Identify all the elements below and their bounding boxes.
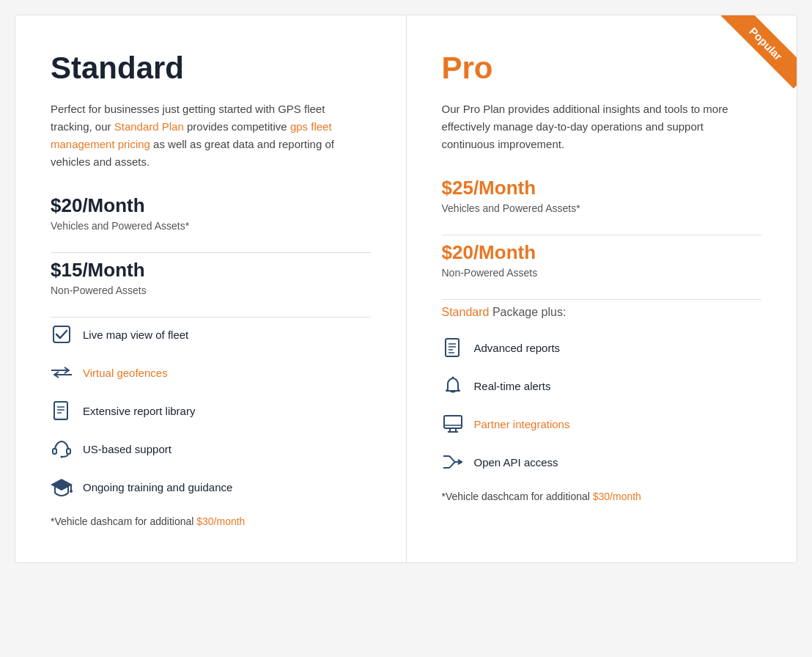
feature-live-map-label: Live map view of fleet (83, 328, 188, 341)
standard-price-2-label: Non-Powered Assets (51, 285, 371, 296)
svg-rect-7 (54, 417, 67, 419)
popular-ribbon: Popular (716, 15, 797, 96)
feature-realtime-alerts-label: Real-time alerts (474, 380, 551, 392)
graduation-icon (51, 476, 73, 498)
feature-live-map: Live map view of fleet (51, 323, 371, 345)
svg-rect-3 (54, 402, 67, 419)
feature-partner-integrations: Partner integrations (442, 413, 762, 435)
popular-label: Popular (721, 15, 797, 89)
pro-price-2: $20/Month Non-Powered Assets (442, 241, 762, 300)
pro-price-1: $25/Month Vehicles and Powered Assets* (442, 177, 762, 235)
pro-title: Pro (442, 51, 762, 86)
headset-icon (51, 438, 73, 460)
svg-rect-9 (67, 449, 70, 454)
feature-advanced-reports: Advanced reports (442, 337, 762, 359)
feature-report-library: Extensive report library (51, 400, 371, 422)
book-icon (51, 400, 73, 422)
pro-features-list: Advanced reports Real-time alerts (442, 337, 762, 473)
feature-report-library-label: Extensive report library (83, 405, 195, 417)
standard-footnote: *Vehicle dashcam for additional $30/mont… (51, 515, 371, 527)
check-icon (51, 323, 73, 345)
svg-point-19 (451, 377, 454, 379)
bell-icon (442, 375, 464, 397)
standard-price-1-label: Vehicles and Powered Assets* (51, 220, 371, 232)
svg-point-13 (70, 490, 73, 493)
feature-advanced-reports-label: Advanced reports (474, 342, 561, 354)
feature-training-label: Ongoing training and guidance (83, 481, 232, 493)
standard-price-1-amount: $20/Month (51, 194, 371, 217)
standard-description: Perfect for businesses just getting star… (51, 100, 358, 171)
standard-price-1: $20/Month Vehicles and Powered Assets* (51, 194, 371, 253)
pro-price-2-amount: $20/Month (442, 241, 762, 264)
feature-us-support-label: US-based support (83, 443, 171, 455)
pro-price-2-label: Non-Powered Assets (442, 267, 762, 279)
feature-realtime-alerts: Real-time alerts (442, 375, 762, 397)
feature-open-api-label: Open API access (474, 456, 558, 469)
plans-container: Standard Perfect for businesses just get… (15, 15, 797, 563)
svg-marker-11 (51, 479, 73, 491)
pro-price-1-amount: $25/Month (442, 177, 762, 199)
report-icon (442, 337, 464, 359)
pro-footnote: *Vehicle daschcam for additional $30/mon… (442, 491, 762, 502)
pro-price-1-label: Vehicles and Powered Assets* (442, 202, 762, 214)
standard-plan: Standard Perfect for businesses just get… (15, 15, 407, 562)
pro-plan: Popular Pro Our Pro Plan provides additi… (407, 15, 797, 562)
pro-description: Our Pro Plan provides additional insight… (442, 100, 750, 153)
standard-price-2-amount: $15/Month (51, 259, 371, 282)
svg-rect-14 (446, 339, 459, 356)
standard-title: Standard (51, 51, 371, 86)
shuffle-icon (442, 451, 464, 473)
standard-features-list: Live map view of fleet Virtual geofences (51, 323, 371, 498)
pro-section-header: Standard Package plus: (442, 306, 762, 319)
feature-training: Ongoing training and guidance (51, 476, 371, 498)
feature-partner-integrations-label: Partner integrations (474, 418, 570, 430)
feature-geofences-label: Virtual geofences (83, 367, 168, 379)
standard-price-2: $15/Month Non-Powered Assets (51, 259, 371, 318)
arrows-icon (51, 361, 73, 383)
svg-rect-20 (444, 416, 462, 428)
feature-geofences: Virtual geofences (51, 361, 371, 383)
svg-point-10 (61, 456, 63, 458)
feature-open-api: Open API access (442, 451, 762, 473)
svg-rect-8 (53, 449, 56, 454)
monitor-icon (442, 413, 464, 435)
feature-us-support: US-based support (51, 438, 371, 460)
